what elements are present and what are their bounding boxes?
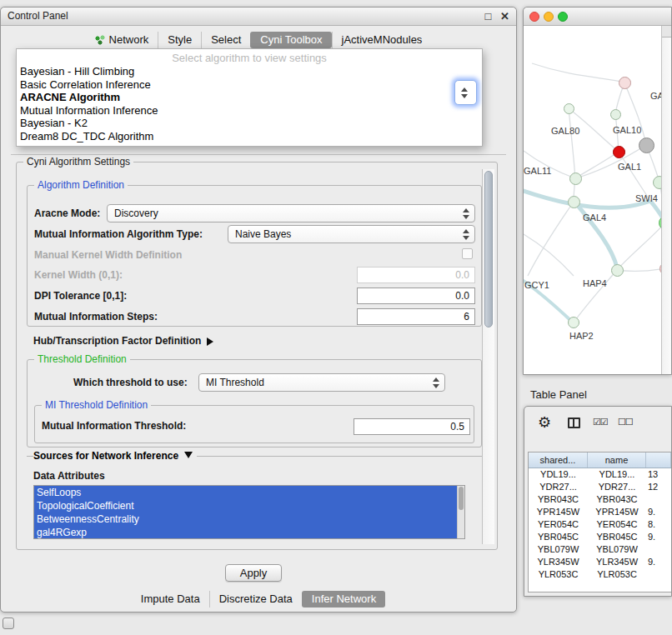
table-row[interactable]: YLR345WYLR345W9. bbox=[529, 556, 671, 568]
tab-network[interactable]: Network bbox=[86, 32, 158, 48]
dpi-tolerance-field[interactable]: 0.0 bbox=[357, 288, 475, 304]
attribute-item-topologicalcoefficient[interactable]: TopologicalCoefficient bbox=[34, 499, 457, 512]
zoom-traffic-light[interactable] bbox=[558, 12, 568, 22]
column-header-1[interactable]: name bbox=[588, 452, 646, 468]
apply-button[interactable]: Apply bbox=[225, 564, 282, 582]
kernel-width-field[interactable]: 0.0 bbox=[357, 267, 475, 283]
algorithm-option-mutual-information-inference[interactable]: Mutual Information Inference bbox=[17, 104, 482, 118]
network-scrollbar[interactable] bbox=[661, 26, 671, 374]
settings-legend: Cyni Algorithm Settings bbox=[23, 156, 133, 168]
settings-scrollbar[interactable] bbox=[482, 169, 494, 544]
table-cell: YLR345W bbox=[588, 556, 646, 568]
table-body: YDL19...YDL19...13YDR27...YDR27...12YBR0… bbox=[529, 468, 671, 581]
cyni-algorithm-settings-group: Cyni Algorithm Settings Algorithm Defini… bbox=[16, 162, 498, 550]
table-cell: YER054C bbox=[529, 518, 588, 531]
algorithm-option-bayesian-k2[interactable]: Bayesian - K2 bbox=[17, 117, 482, 130]
table-row[interactable]: YER054CYER054C8. bbox=[529, 518, 671, 531]
mi-steps-field[interactable]: 6 bbox=[357, 308, 475, 325]
aracne-mode-label: Aracne Mode: bbox=[34, 205, 100, 222]
table-row[interactable]: YBR045CYBR045C9. bbox=[529, 531, 671, 543]
table-header-row: shared...name bbox=[529, 452, 671, 468]
network-canvas[interactable]: GALGAL80GAL10GAL11GAL1SWI4GAL4GCY1HAP4HA… bbox=[524, 26, 661, 374]
tab-cyni-toolbox[interactable]: Cyni Toolbox bbox=[250, 32, 331, 48]
tab-style[interactable]: Style bbox=[158, 32, 201, 48]
attribute-item-betweennesscentrality[interactable]: BetweennessCentrality bbox=[34, 512, 457, 526]
table-row[interactable]: YBL079WYBL079W bbox=[529, 543, 671, 556]
network-node[interactable] bbox=[653, 176, 661, 189]
table-row[interactable]: YDL19...YDL19...13 bbox=[529, 468, 671, 481]
network-node[interactable] bbox=[569, 172, 582, 185]
kernel-width-label: Kernel Width (0,1): bbox=[34, 267, 123, 283]
close-window-icon[interactable]: ✕ bbox=[500, 10, 509, 22]
attribute-item-selfloops[interactable]: SelfLoops bbox=[34, 486, 457, 499]
tab-infer-network[interactable]: Infer Network bbox=[302, 591, 385, 608]
table-cell: YLR345W bbox=[529, 556, 588, 568]
which-threshold-combobox[interactable]: MI Threshold bbox=[198, 373, 445, 392]
table-cell: YPR145W bbox=[529, 506, 588, 518]
which-threshold-value: MI Threshold bbox=[206, 377, 264, 388]
settings-scrollbar-thumb[interactable] bbox=[484, 171, 493, 328]
network-icon bbox=[95, 35, 105, 45]
table-settings-gear-icon[interactable]: ⚙ bbox=[538, 413, 551, 432]
network-node-label: GAL1 bbox=[618, 162, 641, 172]
attributes-scrollbar[interactable] bbox=[457, 486, 464, 538]
threshold-definition-legend: Threshold Definition bbox=[34, 353, 130, 365]
table-cell: YBR043C bbox=[529, 493, 588, 506]
select-all-columns-icon[interactable]: ☑☑ bbox=[593, 417, 608, 428]
attributes-scrollbar-thumb[interactable] bbox=[459, 487, 464, 510]
mi-algorithm-type-combobox[interactable]: Naive Bayes bbox=[228, 225, 475, 243]
deselect-all-columns-icon[interactable]: ☐☐ bbox=[618, 417, 633, 428]
table-row[interactable]: YDR27...YDR27...12 bbox=[529, 481, 671, 493]
network-node[interactable] bbox=[610, 109, 621, 120]
table-cell bbox=[646, 493, 671, 506]
tab-jactivemnodules[interactable]: jActiveMNodules bbox=[332, 32, 432, 48]
table-cell: YBR043C bbox=[588, 493, 646, 506]
mi-threshold-group: MI Threshold Definition Mutual Informati… bbox=[34, 405, 474, 443]
table-row[interactable]: YPR145WYPR145W9. bbox=[529, 506, 671, 518]
data-attributes-list[interactable]: SelfLoopsTopologicalCoefficientBetweenne… bbox=[33, 485, 465, 539]
tab-impute-data[interactable]: Impute Data bbox=[132, 591, 209, 608]
algorithm-option-bayesian-hill-climbing[interactable]: Bayesian - Hill Climbing bbox=[17, 65, 482, 78]
minimized-panel-icon[interactable] bbox=[3, 618, 14, 629]
network-node-label: HAP4 bbox=[583, 278, 607, 288]
network-node[interactable] bbox=[568, 196, 580, 208]
table-cell: 9. bbox=[646, 531, 671, 543]
control-panel-window: Control Panel □ ✕ NetworkStyleSelectCyni… bbox=[0, 7, 517, 612]
table-columns-icon[interactable] bbox=[568, 418, 580, 428]
algorithm-option-basic-correlation-inference[interactable]: Basic Correlation Inference bbox=[17, 78, 482, 92]
minimize-traffic-light[interactable] bbox=[544, 12, 554, 22]
control-panel-titlebar[interactable]: Control Panel □ ✕ bbox=[1, 8, 516, 26]
attribute-item-gal4rgexp[interactable]: gal4RGexp bbox=[34, 526, 457, 539]
tab-select[interactable]: Select bbox=[201, 32, 250, 48]
network-node[interactable] bbox=[564, 103, 574, 114]
manual-kernel-checkbox[interactable] bbox=[462, 248, 473, 259]
desktop: Control Panel □ ✕ NetworkStyleSelectCyni… bbox=[0, 0, 672, 635]
network-node[interactable] bbox=[613, 146, 625, 158]
table-row[interactable]: YBR043CYBR043C bbox=[529, 493, 671, 506]
network-node[interactable] bbox=[619, 77, 631, 89]
algorithm-combobox-focus[interactable] bbox=[454, 80, 477, 105]
network-scrollbar-button[interactable] bbox=[662, 26, 671, 38]
network-node[interactable] bbox=[568, 317, 579, 328]
mi-algorithm-type-value: Naive Bayes bbox=[235, 228, 291, 240]
close-traffic-light[interactable] bbox=[529, 12, 539, 22]
expanded-arrow-icon bbox=[184, 452, 193, 458]
network-window-titlebar[interactable] bbox=[524, 8, 671, 26]
float-window-icon[interactable]: □ bbox=[485, 10, 492, 22]
mi-threshold-field[interactable]: 0.5 bbox=[354, 418, 470, 435]
algorithm-definition-legend: Algorithm Definition bbox=[34, 179, 128, 191]
algorithm-option-aracne-algorithm[interactable]: ARACNE Algorithm bbox=[17, 91, 482, 104]
tab-discretize-data[interactable]: Discretize Data bbox=[209, 591, 302, 608]
column-header-2[interactable] bbox=[646, 452, 671, 468]
column-header-0[interactable]: shared... bbox=[529, 452, 588, 468]
table-panel-window: ⚙ ☑☑ ☐☐ shared...name YDL19...YDL19...13… bbox=[524, 406, 672, 597]
network-node[interactable] bbox=[611, 264, 624, 277]
hub-section-toggle[interactable]: Hub/Transcription Factor Definition bbox=[33, 334, 213, 348]
table-cell: 9. bbox=[646, 506, 671, 518]
aracne-mode-combobox[interactable]: Discovery bbox=[107, 204, 475, 222]
algorithm-dropdown-popup: Select algorithm to view settingsBayesia… bbox=[16, 48, 483, 147]
network-node[interactable] bbox=[639, 138, 654, 153]
algorithm-option-dream8-dc-tdc-algorithm[interactable]: Dream8 DC_TDC Algorithm bbox=[17, 130, 482, 143]
sources-section-toggle[interactable]: Sources for Network Inference bbox=[33, 450, 197, 462]
table-row[interactable]: YLR053CYLR053C bbox=[529, 568, 671, 581]
